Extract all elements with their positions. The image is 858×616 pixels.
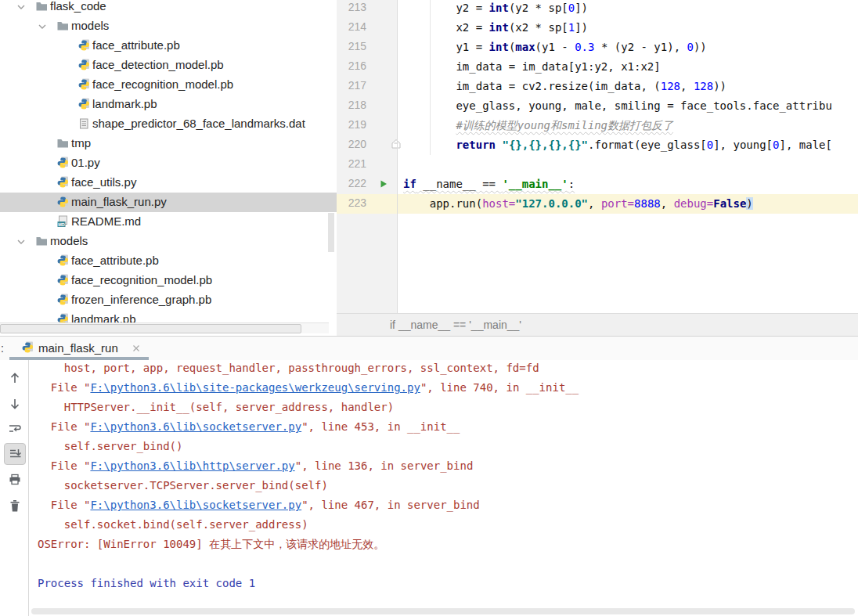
chevron-down-icon[interactable] (36, 20, 49, 33)
soft-wrap-button[interactable] (4, 418, 26, 440)
editor-line[interactable]: 219 #训练的模型young和smiling数据打包反了 (337, 116, 858, 135)
tree-item[interactable]: face_detection_model.pb (0, 56, 337, 75)
folder-icon (35, 235, 48, 247)
python-file-icon (78, 39, 90, 52)
chevron-down-icon[interactable] (15, 236, 27, 248)
line-number: 215 (337, 40, 366, 52)
tree-item[interactable]: frozen_inference_graph.pb (0, 290, 337, 310)
console-line (29, 554, 858, 574)
stack-trace-link[interactable]: F:\python3.6\lib\socketserver.py (90, 420, 301, 433)
tree-item[interactable]: tmp (0, 134, 337, 153)
python-file-icon (56, 254, 69, 267)
code-text: im_data = im_data[y1:y2, x1:x2] (403, 59, 661, 75)
tree-horizontal-scrollbar[interactable] (0, 322, 329, 333)
project-tree[interactable]: flask_codemodelsface_attribute.pbface_de… (0, 0, 337, 329)
editor-line[interactable]: 215 y1 = int(max(y1 - 0.3 * (y2 - y1), 0… (337, 38, 858, 57)
tree-horizontal-scrollbar-thumb[interactable] (0, 324, 301, 333)
tree-item-label: face_recognition_model.pb (92, 77, 233, 91)
stderr-text: self.socket.bind(self.server_address) (38, 518, 308, 531)
tree-item[interactable]: flask_code (0, 0, 337, 16)
python-file-icon (78, 78, 90, 91)
tree-item-label: face_recognition_model.pb (71, 273, 212, 286)
tree-item[interactable]: face_recognition_model.pb (0, 271, 337, 290)
tree-item-label: face_attribute.pb (71, 254, 159, 267)
stderr-text: ", line 453, in __init__ (301, 420, 460, 433)
folder-icon (56, 137, 69, 149)
tree-item[interactable]: MDREADME.md (0, 212, 337, 232)
chevron-down-icon[interactable] (15, 1, 27, 13)
tree-item[interactable]: models (0, 16, 337, 36)
editor-line[interactable]: 217 im_data = cv2.resize(im_data, (128, … (337, 77, 858, 96)
tree-item[interactable]: landmark.pb (0, 95, 337, 114)
tree-item[interactable]: face_utils.py (0, 173, 337, 193)
python-file-icon (56, 274, 69, 286)
editor-lines: 213 y2 = int(y2 * sp[0])214 x2 = int(x2 … (337, 0, 858, 214)
line-number: 217 (337, 79, 366, 92)
tree-item-label: frozen_inference_graph.pb (71, 293, 211, 306)
tree-vertical-scrollbar[interactable] (328, 213, 334, 252)
stack-trace-link[interactable]: F:\python3.6\lib\site-packages\werkzeug\… (90, 381, 420, 394)
editor-line[interactable]: 218 eye_glass, young, male, smiling = fa… (337, 96, 858, 116)
stderr-text: File " (38, 499, 90, 511)
line-number: 218 (337, 99, 366, 111)
console-line: self.server_bind() (29, 437, 858, 456)
console-output: host, port, app, request_handler, passth… (29, 358, 858, 609)
line-number: 220 (337, 138, 366, 150)
tree-item[interactable]: face_attribute.pb (0, 36, 337, 56)
run-gutter-icon[interactable] (377, 178, 390, 190)
console-line: host, port, app, request_handler, passth… (29, 358, 858, 378)
tree-item[interactable]: face_attribute.pb (0, 251, 337, 271)
print-button[interactable] (4, 469, 26, 491)
stderr-text: ", line 136, in server_bind (295, 459, 474, 472)
scroll-to-end-icon (7, 446, 23, 462)
close-icon[interactable] (131, 343, 143, 355)
python-logo-icon (21, 341, 34, 354)
code-text: y1 = int(max(y1 - 0.3 * (y2 - y1), 0)) (403, 39, 707, 56)
text-file-icon (78, 117, 90, 130)
stderr-text: socketserver.TCPServer.server_bind(self) (38, 479, 328, 492)
up-arrow-button[interactable] (4, 367, 26, 389)
code-text: return "{},{},{},{}".format(eye_glass[0]… (403, 137, 832, 153)
editor-line[interactable]: 216 im_data = im_data[y1:y2, x1:x2] (337, 57, 858, 77)
tree-item[interactable]: shape_predictor_68_face_landmarks.dat (0, 114, 337, 134)
tree-item-label: face_attribute.pb (92, 38, 180, 52)
tree-item[interactable]: 01.py (0, 153, 337, 173)
folder-icon (56, 20, 69, 32)
editor-line[interactable]: 220 return "{},{},{},{}".format(eye_glas… (337, 135, 858, 155)
stderr-text: ", line 467, in server_bind (301, 499, 480, 511)
tree-item[interactable]: models (0, 232, 337, 251)
code-editor[interactable]: 213 y2 = int(y2 * sp[0])214 x2 = int(x2 … (337, 0, 858, 313)
stack-trace-link[interactable]: F:\python3.6\lib\socketserver.py (90, 499, 301, 511)
console-line: File "F:\python3.6\lib\site-packages\wer… (29, 378, 858, 398)
clear-button[interactable] (4, 495, 26, 517)
stderr-text: self.server_bind() (38, 440, 182, 452)
python-file-icon (78, 59, 90, 71)
stderr-text: File " (38, 420, 90, 433)
editor-line[interactable]: 221 (337, 155, 858, 175)
stack-trace-link[interactable]: F:\python3.6\lib\http\server.py (90, 459, 294, 472)
python-file-icon (56, 294, 69, 306)
down-arrow-button[interactable] (4, 393, 26, 415)
line-number: 221 (337, 157, 366, 170)
stderr-text: File " (38, 381, 90, 394)
editor-line[interactable]: 222if __name__ == '__main__': (337, 175, 858, 194)
tree-item[interactable]: main_flask_run.py (0, 193, 337, 212)
run-tab-label: main_flask_run (38, 341, 118, 355)
editor-line[interactable]: 213 y2 = int(y2 * sp[0]) (337, 0, 858, 18)
tree-item-label: shape_predictor_68_face_landmarks.dat (92, 117, 305, 130)
clear-icon (7, 499, 23, 514)
gutter-separator (397, 0, 398, 313)
code-text: #训练的模型young和smiling数据打包反了 (403, 117, 673, 134)
scroll-to-end-button[interactable] (4, 443, 26, 465)
tree-item[interactable]: face_recognition_model.pb (0, 75, 337, 95)
editor-line[interactable]: 214 x2 = int(x2 * sp[1]) (337, 18, 858, 38)
console-horizontal-scrollbar[interactable] (31, 608, 855, 614)
code-text: x2 = int(x2 * sp[1]) (403, 20, 588, 36)
run-label-clipped: : (1, 342, 4, 355)
tree-item-label: models (71, 19, 109, 32)
tree-item-label: landmark.pb (92, 97, 157, 110)
editor-line[interactable]: 223 app.run(host="127.0.0.0", port=8888,… (337, 194, 858, 214)
console-line: self.socket.bind(self.server_address) (29, 515, 858, 535)
code-text: im_data = cv2.resize(im_data, (128, 128)… (403, 78, 726, 95)
code-text: if __name__ == '__main__': (403, 176, 575, 193)
